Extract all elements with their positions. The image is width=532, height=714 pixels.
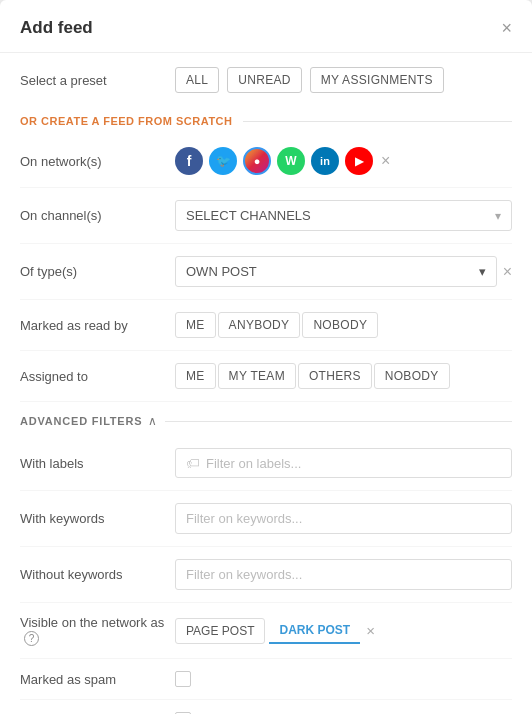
modal-body: Select a preset ALL UNREAD MY ASSIGNMENT… bbox=[0, 53, 532, 714]
with-labels-label: With labels bbox=[20, 456, 175, 471]
channels-row: On channel(s) SELECT CHANNELS ▾ bbox=[20, 188, 512, 244]
with-keywords-row: With keywords bbox=[20, 491, 512, 547]
networks-label: On network(s) bbox=[20, 154, 175, 169]
without-keywords-label: Without keywords bbox=[20, 567, 175, 582]
facebook-icon[interactable]: f bbox=[175, 147, 203, 175]
marked-read-group: ME ANYBODY NOBODY bbox=[175, 312, 378, 338]
marked-read-anybody-button[interactable]: ANYBODY bbox=[218, 312, 301, 338]
visible-network-content: PAGE POST DARK POST × bbox=[175, 618, 512, 644]
types-row: Of type(s) OWN POST ▾ × bbox=[20, 244, 512, 300]
modal-header: Add feed × bbox=[0, 0, 532, 53]
without-keywords-input[interactable] bbox=[175, 559, 512, 590]
with-labels-row: With labels 🏷 bbox=[20, 436, 512, 491]
marked-priority-row: Marked as priority bbox=[20, 700, 512, 714]
assigned-row: Assigned to ME MY TEAM OTHERS NOBODY bbox=[20, 351, 512, 402]
channels-content: SELECT CHANNELS ▾ bbox=[175, 200, 512, 231]
with-labels-content: 🏷 bbox=[175, 448, 512, 478]
close-button[interactable]: × bbox=[501, 19, 512, 37]
types-label: Of type(s) bbox=[20, 264, 175, 279]
channels-select[interactable]: SELECT CHANNELS ▾ bbox=[175, 200, 512, 231]
modal-title: Add feed bbox=[20, 18, 93, 38]
types-value: OWN POST bbox=[186, 264, 257, 279]
types-content: OWN POST ▾ × bbox=[175, 256, 512, 287]
channels-chevron-icon: ▾ bbox=[495, 209, 501, 223]
advanced-collapse-icon[interactable]: ∧ bbox=[148, 414, 157, 428]
twitter-icon[interactable]: 🐦 bbox=[209, 147, 237, 175]
presets-row: Select a preset ALL UNREAD MY ASSIGNMENT… bbox=[20, 53, 512, 105]
presets-buttons: ALL UNREAD MY ASSIGNMENTS bbox=[175, 67, 512, 93]
without-keywords-row: Without keywords bbox=[20, 547, 512, 603]
networks-row: On network(s) f 🐦 ● W in ▶ × bbox=[20, 135, 512, 188]
presets-label: Select a preset bbox=[20, 73, 175, 88]
types-select[interactable]: OWN POST ▾ bbox=[175, 256, 497, 287]
add-feed-modal: Add feed × Select a preset ALL UNREAD MY… bbox=[0, 0, 532, 714]
visible-network-help-icon[interactable]: ? bbox=[24, 631, 39, 646]
preset-myassignments-button[interactable]: MY ASSIGNMENTS bbox=[310, 67, 444, 93]
assigned-group: ME MY TEAM OTHERS NOBODY bbox=[175, 363, 450, 389]
visible-network-clear-icon[interactable]: × bbox=[366, 622, 375, 639]
assigned-me-button[interactable]: ME bbox=[175, 363, 216, 389]
assigned-myteam-button[interactable]: MY TEAM bbox=[218, 363, 296, 389]
scratch-divider: OR CREATE A FEED FROM SCRATCH bbox=[20, 105, 512, 135]
youtube-icon[interactable]: ▶ bbox=[345, 147, 373, 175]
assigned-label: Assigned to bbox=[20, 369, 175, 384]
networks-remove-icon[interactable]: × bbox=[381, 152, 390, 170]
page-post-button[interactable]: PAGE POST bbox=[175, 618, 265, 644]
marked-read-row: Marked as read by ME ANYBODY NOBODY bbox=[20, 300, 512, 351]
assigned-others-button[interactable]: OTHERS bbox=[298, 363, 372, 389]
scratch-label: OR CREATE A FEED FROM SCRATCH bbox=[20, 115, 233, 127]
whatsapp-icon[interactable]: W bbox=[277, 147, 305, 175]
types-remove-icon[interactable]: × bbox=[503, 263, 512, 281]
marked-spam-row: Marked as spam bbox=[20, 659, 512, 700]
marked-spam-label: Marked as spam bbox=[20, 672, 175, 687]
networks-content: f 🐦 ● W in ▶ × bbox=[175, 147, 512, 175]
labels-input[interactable] bbox=[206, 456, 501, 471]
marked-read-me-button[interactable]: ME bbox=[175, 312, 216, 338]
advanced-header: ADVANCED FILTERS ∧ bbox=[20, 402, 512, 436]
marked-read-content: ME ANYBODY NOBODY bbox=[175, 312, 512, 338]
visible-network-buttons: PAGE POST DARK POST × bbox=[175, 618, 375, 644]
marked-read-nobody-button[interactable]: NOBODY bbox=[302, 312, 378, 338]
visible-network-row: Visible on the network as ? PAGE POST DA… bbox=[20, 603, 512, 659]
advanced-divider bbox=[165, 421, 512, 422]
without-keywords-content bbox=[175, 559, 512, 590]
marked-spam-content bbox=[175, 671, 512, 687]
with-keywords-input[interactable] bbox=[175, 503, 512, 534]
labels-input-wrap[interactable]: 🏷 bbox=[175, 448, 512, 478]
divider-line bbox=[243, 121, 513, 122]
instagram-icon[interactable]: ● bbox=[243, 147, 271, 175]
with-keywords-label: With keywords bbox=[20, 511, 175, 526]
visible-network-label: Visible on the network as ? bbox=[20, 615, 175, 646]
advanced-label: ADVANCED FILTERS bbox=[20, 415, 142, 427]
dark-post-button[interactable]: DARK POST bbox=[269, 618, 360, 644]
linkedin-icon[interactable]: in bbox=[311, 147, 339, 175]
channels-placeholder: SELECT CHANNELS bbox=[186, 208, 311, 223]
tag-icon: 🏷 bbox=[186, 455, 200, 471]
channels-label: On channel(s) bbox=[20, 208, 175, 223]
marked-read-label: Marked as read by bbox=[20, 318, 175, 333]
marked-spam-checkbox[interactable] bbox=[175, 671, 191, 687]
types-chevron-icon: ▾ bbox=[479, 264, 486, 279]
assigned-nobody-button[interactable]: NOBODY bbox=[374, 363, 450, 389]
network-icons: f 🐦 ● W in ▶ × bbox=[175, 147, 390, 175]
preset-all-button[interactable]: ALL bbox=[175, 67, 219, 93]
preset-unread-button[interactable]: UNREAD bbox=[227, 67, 301, 93]
with-keywords-content bbox=[175, 503, 512, 534]
types-field-wrap: OWN POST ▾ × bbox=[175, 256, 512, 287]
assigned-content: ME MY TEAM OTHERS NOBODY bbox=[175, 363, 512, 389]
